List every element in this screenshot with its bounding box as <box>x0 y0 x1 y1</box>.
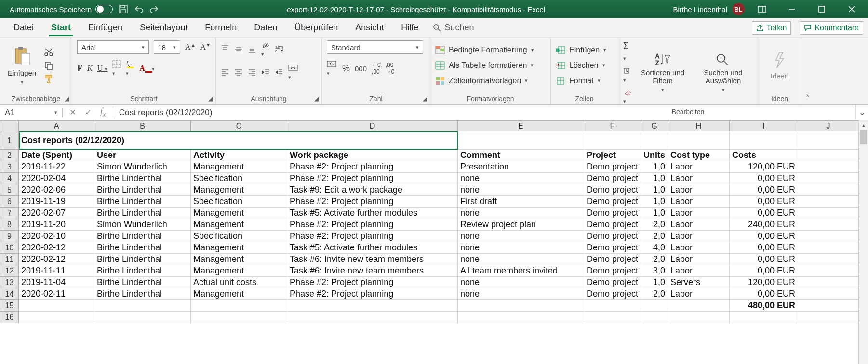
cell[interactable]: 2020-02-06 <box>19 184 94 196</box>
column-header[interactable]: F <box>584 121 641 131</box>
tell-me-search[interactable]: Suchen <box>427 23 474 33</box>
cell[interactable]: All team members invited <box>458 265 584 277</box>
cell[interactable]: Phase #2: Project planning <box>287 231 458 242</box>
column-header[interactable]: C <box>191 121 287 131</box>
expand-formula-bar-icon[interactable]: ⌄ <box>855 105 868 120</box>
redo-icon[interactable] <box>149 4 159 14</box>
row-header[interactable]: 12 <box>0 265 19 277</box>
row-header[interactable]: 1 <box>0 131 19 150</box>
cell[interactable]: Date (Spent) <box>19 150 94 161</box>
autosum-icon[interactable]: Σ ▾ <box>623 40 632 63</box>
cell[interactable] <box>798 254 859 265</box>
align-right-icon[interactable] <box>248 68 256 77</box>
cell[interactable]: Phase #2: Project planning <box>287 219 458 231</box>
cell[interactable] <box>94 312 191 323</box>
tab-start[interactable]: Start <box>42 20 80 36</box>
tab-ansicht[interactable]: Ansicht <box>347 20 392 36</box>
cell[interactable]: Demo project <box>584 196 641 208</box>
column-header[interactable]: J <box>798 121 859 131</box>
cell[interactable]: Task #5: Activate further modules <box>287 208 458 219</box>
cell[interactable]: Phase #2: Project planning <box>287 196 458 208</box>
cell[interactable]: 2,0 <box>641 219 668 231</box>
align-top-icon[interactable] <box>221 45 229 53</box>
ideas-button[interactable]: Ideen <box>768 50 792 81</box>
format-cells-button[interactable]: Format▾ <box>556 76 606 86</box>
format-as-table-button[interactable]: Als Tabelle formatieren▾ <box>435 60 534 71</box>
increase-decimal-icon[interactable]: ←0,00 <box>372 62 381 75</box>
row-header[interactable]: 4 <box>0 173 19 184</box>
cell[interactable] <box>287 312 458 323</box>
increase-indent-icon[interactable] <box>275 68 283 77</box>
cell[interactable] <box>798 265 859 277</box>
dialog-launcher-icon[interactable]: ◢ <box>314 95 319 102</box>
find-select-button[interactable]: Suchen und Auswählen▾ <box>694 52 753 94</box>
row-header[interactable]: 16 <box>0 312 19 323</box>
align-left-icon[interactable] <box>221 68 229 77</box>
cell[interactable]: Labor <box>668 231 730 242</box>
cell[interactable]: Management <box>191 208 287 219</box>
row-header[interactable]: 11 <box>0 254 19 265</box>
tab-ueberpruefen[interactable]: Überprüfen <box>286 20 347 36</box>
chevron-down-icon[interactable]: ▾ <box>54 109 57 116</box>
cell[interactable]: Demo project <box>584 173 641 184</box>
paste-button[interactable]: Einfügen ▾ <box>5 45 39 86</box>
cell[interactable] <box>798 208 859 219</box>
underline-button[interactable]: U ▾ <box>97 64 108 73</box>
conditional-formatting-button[interactable]: Bedingte Formatierung▾ <box>435 45 534 55</box>
italic-button[interactable]: K <box>87 64 93 73</box>
thousands-icon[interactable]: 000 <box>355 65 367 73</box>
cell[interactable]: Task #9: Edit a work package <box>287 184 458 196</box>
cell[interactable]: 1,0 <box>641 184 668 196</box>
cell[interactable]: 1,0 <box>641 277 668 288</box>
column-header[interactable]: I <box>730 121 798 131</box>
cell[interactable] <box>798 196 859 208</box>
row-header[interactable]: 15 <box>0 300 19 312</box>
save-icon[interactable] <box>119 4 128 14</box>
cell[interactable]: Specification <box>191 196 287 208</box>
cell[interactable] <box>730 312 798 323</box>
cell[interactable]: none <box>458 254 584 265</box>
format-painter-icon[interactable] <box>44 74 53 84</box>
cell[interactable]: Demo project <box>584 184 641 196</box>
cell[interactable]: Phase #2: Project planning <box>287 161 458 173</box>
row-header[interactable]: 7 <box>0 208 19 219</box>
cell[interactable]: Demo project <box>584 161 641 173</box>
cell[interactable]: Work package <box>287 150 458 161</box>
decrease-indent-icon[interactable] <box>261 68 270 77</box>
cell[interactable]: First draft <box>458 196 584 208</box>
cell[interactable]: none <box>458 184 584 196</box>
cell[interactable]: 2020-02-12 <box>19 254 94 265</box>
cell[interactable]: Specification <box>191 231 287 242</box>
cell[interactable]: Labor <box>668 173 730 184</box>
row-header[interactable]: 3 <box>0 161 19 173</box>
cell[interactable]: Units <box>641 150 668 161</box>
cell[interactable]: Birthe Lindenthal <box>94 254 191 265</box>
cell[interactable]: none <box>458 288 584 300</box>
fill-icon[interactable]: ▾ <box>623 67 632 84</box>
cell[interactable]: Labor <box>668 265 730 277</box>
copy-icon[interactable] <box>44 61 53 70</box>
cell[interactable]: 2020-02-04 <box>19 173 94 184</box>
cell[interactable]: Demo project <box>584 254 641 265</box>
cell[interactable] <box>19 312 94 323</box>
cell[interactable]: 3,0 <box>641 265 668 277</box>
increase-font-icon[interactable]: A▲ <box>185 42 195 52</box>
cell[interactable]: 0,00 EUR <box>730 173 798 184</box>
cell[interactable]: 1,0 <box>641 208 668 219</box>
cell[interactable]: 1,0 <box>641 196 668 208</box>
cell[interactable]: Costs <box>730 150 798 161</box>
column-header[interactable]: H <box>668 121 730 131</box>
row-header[interactable]: 13 <box>0 277 19 288</box>
decrease-font-icon[interactable]: A▼ <box>200 42 211 52</box>
bold-button[interactable]: F <box>77 64 82 74</box>
cell[interactable]: 0,00 EUR <box>730 208 798 219</box>
cell[interactable]: Demo project <box>584 277 641 288</box>
cell[interactable]: none <box>458 231 584 242</box>
cell[interactable]: Management <box>191 265 287 277</box>
vertical-scrollbar[interactable]: ▴ <box>858 120 868 364</box>
cell[interactable]: Task #6: Invite new team members <box>287 265 458 277</box>
cell[interactable]: 2020-02-07 <box>19 208 94 219</box>
cell[interactable]: Demo project <box>584 231 641 242</box>
cell[interactable] <box>798 150 859 161</box>
font-size-combo[interactable]: 18▾ <box>154 40 181 54</box>
